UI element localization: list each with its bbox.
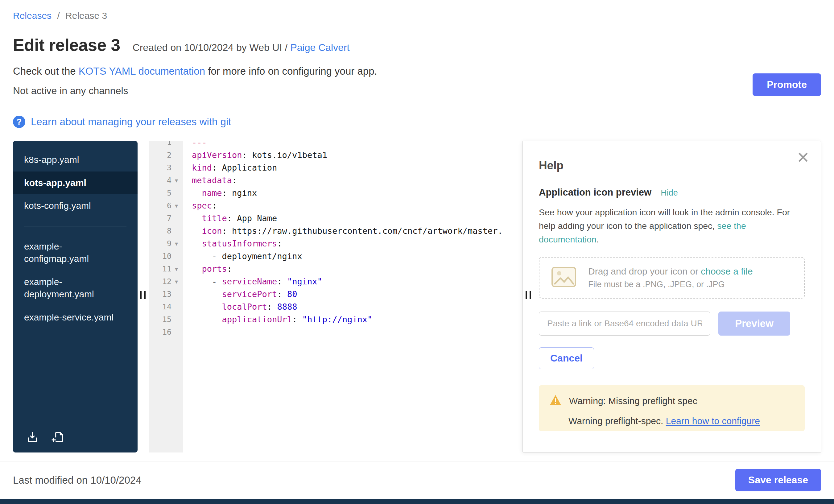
fold-arrow-icon[interactable]: ▾ — [172, 202, 181, 210]
preview-button[interactable]: Preview — [718, 311, 790, 335]
code-line-3[interactable]: 3kind: Application — [149, 161, 523, 174]
warning-title-row: Warning: Missing preflight spec — [549, 395, 794, 408]
line-number-cell: 14 — [149, 302, 183, 311]
icon-preview-title: Application icon preview — [539, 187, 652, 198]
breadcrumb-current: Release 3 — [65, 10, 107, 21]
help-panel-resize-handle[interactable] — [524, 291, 532, 299]
code-line-12[interactable]: 12▾ - serviceName: "nginx" — [149, 275, 523, 288]
created-info: Created on 10/10/2024 by Web UI / Paige … — [133, 42, 350, 53]
code-line-11[interactable]: 11▾ ports: — [149, 262, 523, 275]
new-file-icon[interactable] — [50, 430, 65, 444]
breadcrumb: Releases / Release 3 — [13, 10, 821, 21]
file-item-label: kots-app.yaml — [24, 177, 86, 190]
warning-title: Warning: Missing preflight spec — [569, 396, 697, 406]
sidebar-resize-handle[interactable] — [139, 291, 147, 299]
fold-arrow-icon[interactable]: ▾ — [172, 240, 181, 247]
icon-dropzone[interactable]: Drag and drop your icon or choose a file… — [539, 257, 805, 299]
line-number: 9 — [167, 239, 172, 248]
git-help-link[interactable]: Learn about managing your releases with … — [31, 116, 231, 128]
file-item-k8s-app-yaml[interactable]: k8s-app.yaml — [13, 148, 137, 172]
file-item-kots-config-yaml[interactable]: kots-config.yaml — [13, 194, 137, 217]
help-description: See how your application icon will look … — [539, 205, 805, 246]
code-line-10[interactable]: 10 - deployment/nginx — [149, 250, 523, 262]
code-line-content: metadata: — [183, 176, 237, 185]
help-title: Help — [539, 159, 805, 172]
line-number: 4 — [167, 176, 172, 185]
line-number-cell: 16 — [149, 328, 183, 336]
code-line-6[interactable]: 6▾spec: — [149, 199, 523, 212]
line-number: 5 — [167, 189, 172, 197]
yaml-code-editor[interactable]: 1---2apiVersion: kots.io/v1beta13kind: A… — [149, 141, 523, 453]
code-line-5[interactable]: 5 name: nginx — [149, 187, 523, 199]
code-line-15[interactable]: 15 applicationUrl: "http://nginx" — [149, 313, 523, 326]
line-number-cell: 11▾ — [149, 264, 183, 273]
author-link[interactable]: Paige Calvert — [290, 42, 349, 53]
doc-info-suffix: for more info on configuring your app. — [205, 65, 377, 77]
save-release-button[interactable]: Save release — [735, 469, 821, 491]
code-line-2[interactable]: 2apiVersion: kots.io/v1beta1 — [149, 149, 523, 161]
line-number-cell: 2 — [149, 151, 183, 159]
line-number: 8 — [167, 226, 172, 235]
line-number: 16 — [162, 328, 172, 336]
choose-file-link[interactable]: choose a file — [701, 266, 752, 276]
line-number: 10 — [162, 252, 172, 261]
line-number-cell: 9▾ — [149, 239, 183, 248]
line-number-cell: 4▾ — [149, 176, 183, 185]
title-row: Edit release 3 Created on 10/10/2024 by … — [13, 35, 821, 55]
learn-how-to-configure-link[interactable]: Learn how to configure — [666, 416, 760, 426]
line-number-cell: 15 — [149, 315, 183, 324]
file-sidebar: k8s-app.yamlkots-app.yamlkots-config.yam… — [13, 141, 137, 453]
sidebar-actions — [24, 422, 127, 453]
line-number: 2 — [167, 151, 172, 159]
code-line-content: applicationUrl: "http://nginx" — [183, 314, 372, 324]
code-line-8[interactable]: 8 icon: https://raw.githubusercontent.co… — [149, 224, 523, 237]
line-number: 1 — [167, 141, 172, 147]
doc-info-prefix: Check out the — [13, 65, 79, 77]
breadcrumb-separator: / — [57, 10, 60, 21]
warning-detail-text: Warning preflight-spec. — [568, 416, 666, 426]
icon-preview-section: Application icon preview Hide — [539, 187, 805, 198]
fold-arrow-icon[interactable]: ▾ — [172, 265, 181, 273]
breadcrumb-releases-link[interactable]: Releases — [13, 10, 51, 21]
code-line-7[interactable]: 7 title: App Name — [149, 212, 523, 224]
workspace: k8s-app.yamlkots-app.yamlkots-config.yam… — [13, 141, 821, 453]
preflight-warning-box: Warning: Missing preflight spec Warning … — [539, 385, 805, 431]
fold-arrow-icon[interactable]: ▾ — [172, 278, 181, 285]
created-text: Created on 10/10/2024 by Web UI / — [133, 42, 288, 53]
code-line-content: localPort: 8888 — [183, 302, 297, 311]
page-title: Edit release 3 — [13, 35, 120, 55]
file-item-label: example-deployment.yaml — [24, 276, 122, 301]
file-list: k8s-app.yamlkots-app.yamlkots-config.yam… — [13, 141, 137, 422]
warning-detail: Warning preflight-spec. Learn how to con… — [568, 416, 794, 426]
promote-button[interactable]: Promote — [752, 73, 821, 96]
file-item-example-configmap-yaml[interactable]: example-configmap.yaml — [13, 235, 137, 270]
file-item-label: example-service.yaml — [24, 311, 113, 324]
release-editor-page: Releases / Release 3 Edit release 3 Crea… — [0, 0, 834, 504]
line-number: 15 — [162, 315, 172, 324]
hide-link[interactable]: Hide — [661, 188, 678, 198]
code-line-16[interactable]: 16 — [149, 326, 523, 338]
code-line-13[interactable]: 13 servicePort: 80 — [149, 288, 523, 301]
code-line-14[interactable]: 14 localPort: 8888 — [149, 301, 523, 313]
bottom-bar — [0, 499, 834, 504]
editor-lines: 1---2apiVersion: kots.io/v1beta13kind: A… — [149, 141, 523, 338]
code-line-1[interactable]: 1--- — [149, 141, 523, 149]
upload-file-icon[interactable] — [25, 430, 40, 444]
cancel-button[interactable]: Cancel — [539, 347, 594, 369]
kots-yaml-docs-link[interactable]: KOTS YAML documentation — [79, 65, 205, 77]
close-icon[interactable]: × — [797, 147, 809, 167]
code-line-content: - deployment/nginx — [183, 251, 302, 261]
image-placeholder-icon — [551, 266, 576, 289]
file-item-example-service-yaml[interactable]: example-service.yaml — [13, 306, 137, 329]
line-number-cell: 5 — [149, 189, 183, 197]
file-item-example-deployment-yaml[interactable]: example-deployment.yaml — [13, 270, 137, 306]
fold-arrow-icon[interactable]: ▾ — [172, 177, 181, 184]
code-line-4[interactable]: 4▾metadata: — [149, 174, 523, 187]
code-line-9[interactable]: 9▾ statusInformers: — [149, 237, 523, 250]
code-line-content: icon: https://raw.githubusercontent.com/… — [183, 226, 503, 236]
icon-url-input[interactable] — [539, 311, 710, 335]
line-number-cell: 3 — [149, 163, 183, 172]
line-number-cell: 10 — [149, 252, 183, 261]
file-item-kots-app-yaml[interactable]: kots-app.yaml — [13, 172, 137, 195]
help-panel: × Help Application icon preview Hide See… — [523, 141, 821, 453]
